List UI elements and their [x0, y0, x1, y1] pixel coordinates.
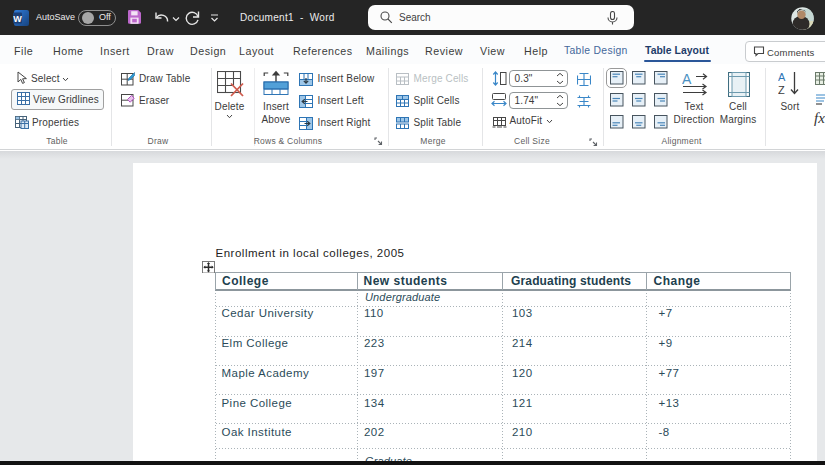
svg-text:Z: Z	[778, 84, 785, 96]
svg-text:A: A	[778, 71, 786, 83]
svg-text:A: A	[682, 71, 692, 87]
svg-text:W: W	[13, 14, 22, 24]
